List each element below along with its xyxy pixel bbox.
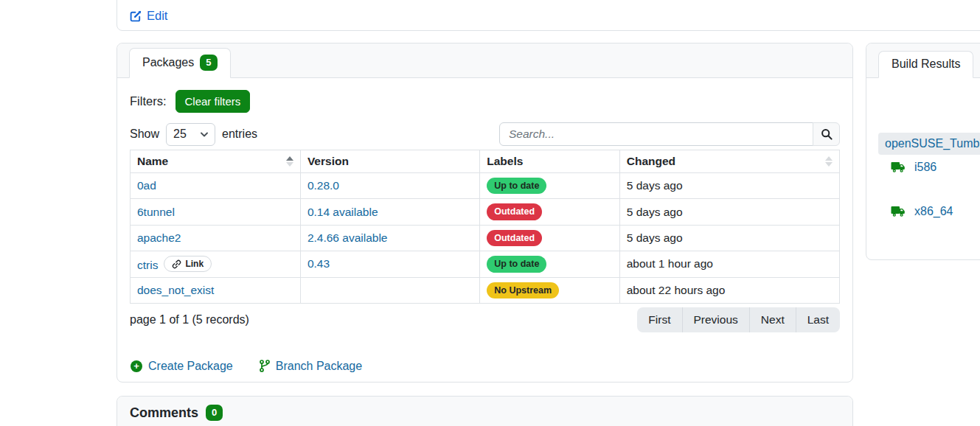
- edit-link[interactable]: Edit: [130, 9, 167, 23]
- comments-count-badge: 0: [206, 405, 223, 421]
- tab-build-results[interactable]: Build Results: [878, 51, 973, 78]
- project-actions-card: Edit: [117, 0, 980, 31]
- sort-icon: [825, 156, 833, 167]
- truck-icon: [891, 161, 906, 173]
- comments-title: Comments: [130, 405, 198, 421]
- version-link[interactable]: 0.28.0: [307, 179, 339, 192]
- changed-cell: 5 days ago: [619, 173, 839, 199]
- package-link[interactable]: ctris: [137, 259, 158, 271]
- pagination: First Previous Next Last: [637, 307, 840, 332]
- filters-row: Filters: Clear filters: [130, 90, 840, 113]
- comments-header: Comments 0: [117, 397, 852, 426]
- version-link[interactable]: 2.4.66 available: [307, 231, 388, 244]
- tab-packages[interactable]: Packages 5: [129, 48, 231, 78]
- column-header-labels[interactable]: Labels: [480, 150, 620, 173]
- architecture-link[interactable]: x86_64: [914, 205, 953, 218]
- search-group: [499, 122, 840, 146]
- build-results-body: openSUSE_Tumbleweed i586: [866, 133, 980, 218]
- changed-cell: about 1 hour ago: [619, 251, 839, 277]
- comments-card: Comments 0: [117, 396, 853, 426]
- packages-count-badge: 5: [200, 55, 217, 71]
- controls-row: Show 25 entries: [130, 122, 840, 146]
- changed-cell: 5 days ago: [619, 199, 839, 225]
- plus-circle-icon: +: [131, 360, 142, 372]
- changed-cell: 5 days ago: [619, 225, 839, 251]
- column-header-name[interactable]: Name: [131, 150, 301, 173]
- architecture-row: x86_64: [891, 205, 980, 218]
- repository-row: openSUSE_Tumbleweed: [878, 133, 980, 155]
- packages-card: Packages 5 Filters: Clear filters Show 2…: [117, 43, 853, 383]
- branch-package-link[interactable]: Branch Package: [260, 360, 362, 373]
- search-input[interactable]: [499, 122, 813, 146]
- link-icon: [172, 259, 181, 269]
- package-link[interactable]: 0ad: [137, 179, 156, 192]
- status-badge: No Upstream: [487, 282, 559, 298]
- table-footer: page 1 of 1 (5 records) First Previous N…: [130, 307, 840, 332]
- packages-table: Name Version Labels Changed 0ad 0.28.0 U…: [130, 150, 840, 304]
- table-row: 0ad 0.28.0 Up to date 5 days ago: [131, 173, 840, 199]
- show-entries: Show 25 entries: [130, 123, 257, 146]
- search-icon: [821, 128, 833, 140]
- chevron-down-icon: [201, 132, 208, 137]
- version-link[interactable]: 0.43: [307, 257, 330, 270]
- package-link[interactable]: does_not_exist: [137, 284, 214, 296]
- architecture-link[interactable]: i586: [914, 161, 936, 174]
- entries-label: entries: [222, 128, 257, 141]
- sort-asc-icon: [286, 156, 293, 167]
- code-branch-icon: [260, 360, 270, 372]
- pagination-last-button[interactable]: Last: [796, 307, 840, 332]
- column-header-version[interactable]: Version: [300, 150, 479, 173]
- status-badge: Outdated: [487, 230, 542, 246]
- page-size-select[interactable]: 25: [166, 123, 215, 146]
- changed-cell: about 22 hours ago: [619, 277, 839, 303]
- clear-filters-button[interactable]: Clear filters: [176, 90, 251, 113]
- column-header-changed[interactable]: Changed: [619, 150, 839, 173]
- pagination-first-button[interactable]: First: [637, 307, 682, 332]
- show-label: Show: [130, 128, 159, 141]
- table-row: does_not_exist No Upstream about 22 hour…: [131, 277, 840, 303]
- create-package-link[interactable]: + Create Package: [131, 360, 233, 373]
- pagination-summary: page 1 of 1 (5 records): [130, 313, 249, 327]
- packages-card-header: Packages 5: [117, 43, 852, 78]
- truck-icon: [891, 206, 906, 217]
- version-link[interactable]: 0.14 available: [307, 206, 378, 218]
- table-row: apache2 2.4.66 available Outdated 5 days…: [131, 225, 840, 251]
- table-row: 6tunnel 0.14 available Outdated 5 days a…: [131, 199, 840, 225]
- page-size-value: 25: [173, 128, 187, 141]
- architecture-row: i586: [891, 161, 980, 174]
- package-link[interactable]: 6tunnel: [137, 206, 175, 218]
- pagination-previous-button[interactable]: Previous: [683, 307, 750, 332]
- tab-build-results-label: Build Results: [892, 57, 960, 71]
- pagination-next-button[interactable]: Next: [750, 307, 796, 332]
- status-badge: Outdated: [487, 203, 542, 220]
- link-badge: Link: [164, 256, 212, 272]
- package-actions-row: + Create Package Branch Package: [130, 360, 840, 373]
- packages-card-body: Filters: Clear filters Show 25 entries: [117, 78, 852, 385]
- search-button[interactable]: [813, 122, 840, 146]
- build-results-card-header: Build Results: [866, 43, 980, 78]
- table-row: ctrisLink 0.43 Up to date about 1 hour a…: [131, 251, 840, 277]
- package-link[interactable]: apache2: [137, 231, 181, 244]
- edit-icon: [130, 10, 142, 22]
- table-header-row: Name Version Labels Changed: [131, 150, 840, 173]
- status-badge: Up to date: [487, 178, 546, 194]
- tab-packages-label: Packages: [142, 56, 194, 69]
- edit-label: Edit: [147, 9, 167, 23]
- build-results-card: Build Results openSUSE_Tumbleweed i586: [866, 43, 980, 260]
- status-badge: Up to date: [487, 256, 546, 272]
- repository-link[interactable]: openSUSE_Tumbleweed: [885, 137, 980, 150]
- filters-label: Filters:: [130, 94, 167, 108]
